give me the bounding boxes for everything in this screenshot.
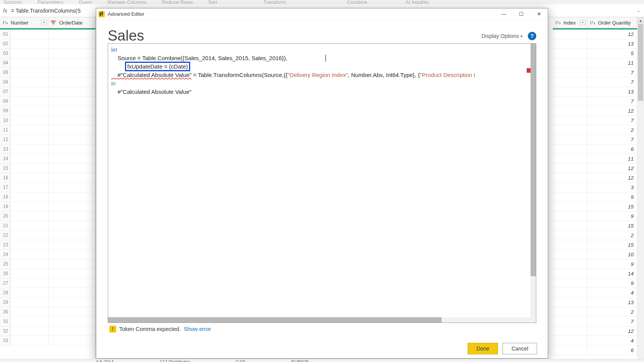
- table-row[interactable]: 22: [0, 231, 95, 240]
- table-row[interactable]: 26: [0, 269, 95, 278]
- table-row[interactable]: 09: [0, 106, 95, 116]
- tab-parameters[interactable]: Parameters: [38, 0, 63, 4]
- table-row[interactable]: 23: [0, 240, 95, 250]
- table-row[interactable]: 20: [0, 211, 95, 221]
- table-row[interactable]: 2: [553, 307, 637, 317]
- cancel-button[interactable]: Cancel: [503, 343, 537, 354]
- display-options-dropdown[interactable]: Display Options ▾: [481, 33, 522, 39]
- col-header-orderdate[interactable]: OrderDate: [59, 20, 82, 26]
- table-row[interactable]: 05: [0, 68, 95, 77]
- col-header-number[interactable]: Number: [11, 20, 28, 26]
- minimize-button[interactable]: —: [495, 8, 513, 20]
- table-row[interactable]: 7: [553, 68, 637, 77]
- table-row[interactable]: 06: [0, 77, 95, 87]
- table-row[interactable]: 4: [553, 288, 637, 298]
- table-row[interactable]: 32: [0, 326, 95, 336]
- table-row[interactable]: 29: [0, 298, 95, 307]
- table-row[interactable]: 12: [553, 173, 637, 183]
- table-row[interactable]: 15: [553, 221, 637, 231]
- filter-icon[interactable]: ▾: [41, 20, 46, 25]
- table-row[interactable]: 19: [0, 202, 95, 211]
- tab-reduce-rows[interactable]: Reduce Rows: [162, 0, 193, 4]
- table-row[interactable]: 13: [553, 298, 637, 307]
- table-row[interactable]: 14: [0, 154, 95, 164]
- table-row[interactable]: 13: [553, 87, 637, 97]
- table-row[interactable]: 15: [0, 164, 95, 173]
- close-button[interactable]: ✕: [530, 8, 548, 20]
- table-row[interactable]: 7: [553, 77, 637, 87]
- col-header-order-quantity[interactable]: Order Quantity: [598, 20, 631, 26]
- code-editor[interactable]: let Source = Table.Combine({Sales_2014, …: [108, 43, 536, 323]
- code-content[interactable]: let Source = Table.Combine({Sales_2014, …: [108, 44, 536, 99]
- table-row[interactable]: 28: [0, 288, 95, 298]
- table-row[interactable]: 12: [553, 326, 637, 336]
- table-row[interactable]: 15: [553, 202, 637, 211]
- table-row[interactable]: 13: [553, 39, 637, 49]
- tab-transform[interactable]: Transform: [263, 0, 286, 4]
- table-row[interactable]: 11: [553, 154, 637, 164]
- table-row[interactable]: 9: [553, 259, 637, 269]
- table-row[interactable]: 7: [553, 317, 637, 326]
- editor-vertical-scrollbar[interactable]: [531, 44, 536, 317]
- table-row[interactable]: 02: [0, 39, 95, 49]
- table-row[interactable]: 01: [0, 29, 95, 39]
- scroll-thumb[interactable]: [638, 24, 643, 101]
- table-row[interactable]: 16: [0, 173, 95, 183]
- formula-expand-icon[interactable]: ⌄: [632, 8, 644, 13]
- done-button[interactable]: Done: [468, 343, 498, 354]
- dialog-title-bar[interactable]: Advanced Editor — ☐ ✕: [96, 8, 548, 20]
- table-row[interactable]: 9: [553, 278, 637, 288]
- table-row[interactable]: 13: [0, 144, 95, 154]
- table-row[interactable]: 7: [553, 135, 637, 144]
- table-row[interactable]: 11: [0, 125, 95, 135]
- table-row[interactable]: 4: [553, 336, 637, 346]
- col-header-index[interactable]: Index: [564, 20, 576, 26]
- table-row[interactable]: 15: [553, 240, 637, 250]
- table-row[interactable]: 12: [553, 164, 637, 173]
- table-row[interactable]: 2: [553, 125, 637, 135]
- filter-icon[interactable]: ▾: [580, 20, 585, 25]
- table-row[interactable]: 5: [553, 49, 637, 58]
- table-row[interactable]: 30: [0, 307, 95, 317]
- tab-combine[interactable]: Combine: [347, 0, 367, 4]
- table-row[interactable]: 11: [553, 58, 637, 68]
- table-row[interactable]: 12: [0, 135, 95, 144]
- table-row[interactable]: 9: [553, 192, 637, 202]
- tab-sort[interactable]: Sort: [208, 0, 217, 4]
- table-row[interactable]: 12: [553, 29, 637, 39]
- editor-horizontal-scrollbar[interactable]: [108, 317, 536, 323]
- error-marker[interactable]: [527, 68, 531, 73]
- scroll-up-icon[interactable]: ▲: [637, 17, 644, 24]
- table-row[interactable]: 07: [0, 87, 95, 97]
- table-row[interactable]: 2: [553, 231, 637, 240]
- table-row[interactable]: 25: [0, 259, 95, 269]
- table-row[interactable]: 21: [0, 221, 95, 231]
- tab-sources[interactable]: Sources: [4, 0, 22, 4]
- table-row[interactable]: 7: [553, 116, 637, 125]
- table-row[interactable]: 18: [0, 192, 95, 202]
- help-icon[interactable]: ?: [528, 32, 536, 40]
- table-row[interactable]: 17: [0, 183, 95, 192]
- table-row[interactable]: 6: [553, 346, 637, 355]
- table-row[interactable]: 6: [553, 144, 637, 154]
- table-row[interactable]: 04: [0, 58, 95, 68]
- fx-icon[interactable]: fx: [3, 8, 7, 14]
- table-row[interactable]: 33: [0, 336, 95, 346]
- table-row[interactable]: 9: [553, 211, 637, 221]
- table-row[interactable]: 31: [0, 317, 95, 326]
- tab-ai-insights[interactable]: AI Insights: [406, 0, 429, 4]
- table-row[interactable]: 12: [553, 106, 637, 116]
- table-row[interactable]: 7: [553, 97, 637, 106]
- table-row[interactable]: 03: [0, 49, 95, 58]
- maximize-button[interactable]: ☐: [513, 8, 530, 20]
- table-row[interactable]: 10: [0, 116, 95, 125]
- vertical-scrollbar[interactable]: ▲: [637, 17, 644, 362]
- table-row[interactable]: 3: [553, 183, 637, 192]
- table-row[interactable]: 10: [553, 250, 637, 259]
- table-row[interactable]: 08: [0, 97, 95, 106]
- tab-manage-columns[interactable]: Manage Columns: [107, 0, 146, 4]
- show-error-link[interactable]: Show error: [184, 326, 211, 332]
- table-row[interactable]: 24: [0, 250, 95, 259]
- table-row[interactable]: 27: [0, 278, 95, 288]
- tab-query[interactable]: Query: [79, 0, 92, 4]
